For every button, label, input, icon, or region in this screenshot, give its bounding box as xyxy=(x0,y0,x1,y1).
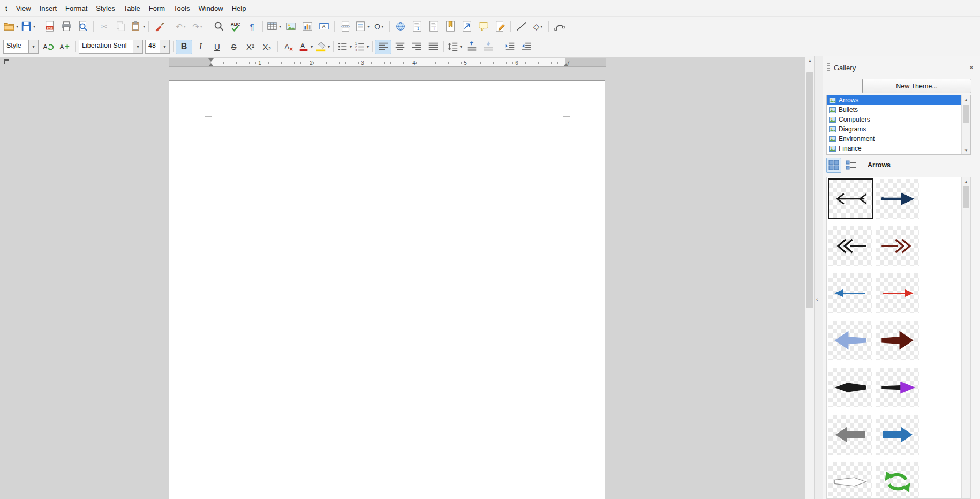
menu-item-table[interactable]: Table xyxy=(119,2,145,14)
menu-item-view[interactable]: View xyxy=(12,2,35,14)
scroll-up-button[interactable]: ▲ xyxy=(805,56,815,65)
print-preview-button[interactable] xyxy=(74,19,91,34)
insert-chart-button[interactable] xyxy=(299,19,315,34)
insert-footnote-button[interactable] xyxy=(409,19,425,34)
font-color-button[interactable]: ▾ xyxy=(297,40,314,54)
menu-item-edit-clipped[interactable]: t xyxy=(1,2,12,14)
align-right-button[interactable] xyxy=(408,40,425,54)
document-vertical-scrollbar[interactable]: ▲ xyxy=(805,56,815,499)
gallery-item-wide-arrow-right[interactable] xyxy=(876,321,919,360)
menu-item-form[interactable]: Form xyxy=(145,2,169,14)
update-style-button[interactable] xyxy=(40,40,56,54)
insert-cross-reference-button[interactable] xyxy=(458,19,475,34)
gallery-item-double-arrow-right[interactable] xyxy=(876,226,919,266)
gallery-item-block-arrow-right[interactable] xyxy=(876,415,919,455)
new-theme-button[interactable]: New Theme... xyxy=(862,79,971,93)
save-dropdown[interactable]: ▾ xyxy=(33,24,35,29)
align-left-button[interactable] xyxy=(375,40,391,54)
clone-formatting-button[interactable] xyxy=(151,19,168,34)
gallery-item-fletched-arrow-left[interactable] xyxy=(828,179,872,219)
insert-comment-button[interactable] xyxy=(475,19,492,34)
increase-paragraph-spacing-button[interactable] xyxy=(463,40,480,54)
gallery-item-sleek-arrow-left[interactable] xyxy=(828,368,872,407)
save-button[interactable]: ▾ xyxy=(19,19,36,34)
paragraph-style-value[interactable]: Style xyxy=(4,40,24,53)
bold-button[interactable]: B xyxy=(176,40,192,54)
gallery-item-circular-arrows[interactable] xyxy=(876,462,919,499)
left-indent-marker[interactable] xyxy=(208,63,214,66)
insert-page-break-button[interactable] xyxy=(337,19,353,34)
hide-sidebar-arrow-icon[interactable]: ‹ xyxy=(816,296,818,302)
paste-dropdown[interactable]: ▾ xyxy=(143,24,145,29)
track-changes-button[interactable] xyxy=(492,19,508,34)
font-size-value[interactable]: 48 xyxy=(146,40,159,53)
paste-button[interactable]: ▾ xyxy=(129,19,146,34)
right-indent-marker[interactable] xyxy=(563,63,569,66)
font-name-combo[interactable]: Liberation Serif ▾ xyxy=(79,40,143,54)
gallery-theme-environment[interactable]: Environment xyxy=(827,134,963,144)
open-dropdown[interactable]: ▾ xyxy=(16,24,18,29)
copy-button[interactable] xyxy=(112,19,129,34)
ordered-list-button[interactable]: ▾ xyxy=(353,40,370,54)
first-line-indent-marker[interactable] xyxy=(208,58,214,62)
gallery-theme-computers[interactable]: Computers xyxy=(827,115,963,124)
gallery-item-thin-arrow-right[interactable] xyxy=(876,273,919,313)
menu-item-tools[interactable]: Tools xyxy=(169,2,194,14)
menu-item-window[interactable]: Window xyxy=(194,2,227,14)
cut-button[interactable]: ✂ xyxy=(96,19,112,34)
close-gallery-button[interactable]: × xyxy=(967,63,976,72)
align-center-button[interactable] xyxy=(391,40,408,54)
new-style-button[interactable] xyxy=(56,40,73,54)
gallery-item-outline-arrow-right[interactable] xyxy=(828,462,872,499)
theme-scrollbar-thumb[interactable] xyxy=(963,105,969,123)
ordered-list-dropdown[interactable]: ▾ xyxy=(367,44,369,49)
insert-endnote-button[interactable] xyxy=(425,19,442,34)
gallery-item-block-arrow-left[interactable] xyxy=(828,415,872,455)
subscript-button[interactable]: X₂ xyxy=(259,40,275,54)
insert-line-button[interactable] xyxy=(513,19,530,34)
menu-item-format[interactable]: Format xyxy=(61,2,92,14)
decrease-indent-button[interactable] xyxy=(518,40,534,54)
basic-shapes-dropdown[interactable]: ▾ xyxy=(540,24,542,29)
italic-button[interactable]: I xyxy=(192,40,209,54)
detailed-view-button[interactable] xyxy=(843,158,858,173)
line-spacing-button[interactable]: ▾ xyxy=(446,40,463,54)
insert-hyperlink-button[interactable] xyxy=(392,19,409,34)
gallery-item-sleek-arrow-right[interactable] xyxy=(876,368,919,407)
redo-button[interactable]: ↷▾ xyxy=(189,19,206,34)
insert-special-character-dropdown[interactable]: ▾ xyxy=(381,24,383,29)
clear-formatting-button[interactable] xyxy=(280,40,297,54)
tab-stop-selector[interactable] xyxy=(4,59,9,64)
align-justified-button[interactable] xyxy=(425,40,441,54)
theme-scroll-down-button[interactable]: ▼ xyxy=(962,146,970,154)
highlight-color-button[interactable]: ▾ xyxy=(314,40,331,54)
font-name-value[interactable]: Liberation Serif xyxy=(79,40,130,53)
theme-list-scrollbar[interactable]: ▲ ▼ xyxy=(961,95,970,154)
gallery-theme-bullets[interactable]: Bullets xyxy=(827,105,963,115)
font-name-dropdown[interactable]: ▾ xyxy=(133,40,142,53)
spelling-button[interactable] xyxy=(227,19,244,34)
superscript-button[interactable]: X² xyxy=(242,40,259,54)
insert-special-character-button[interactable]: Ω▾ xyxy=(371,19,387,34)
insert-field-button[interactable]: ▾ xyxy=(353,19,371,34)
items-scrollbar-thumb[interactable] xyxy=(963,186,969,208)
undo-dropdown[interactable]: ▾ xyxy=(184,24,186,29)
unordered-list-dropdown[interactable]: ▾ xyxy=(350,44,352,49)
insert-table-button[interactable]: ▾ xyxy=(265,19,282,34)
print-button[interactable] xyxy=(58,19,74,34)
insert-image-button[interactable] xyxy=(282,19,299,34)
paragraph-style-dropdown[interactable]: ▾ xyxy=(28,40,38,53)
gallery-item-thin-arrow-left[interactable] xyxy=(828,273,872,313)
export-pdf-button[interactable] xyxy=(41,19,58,34)
theme-scroll-up-button[interactable]: ▲ xyxy=(962,95,970,104)
paragraph-style-combo[interactable]: Style ▾ xyxy=(3,40,39,54)
decrease-paragraph-spacing-button[interactable] xyxy=(480,40,496,54)
open-button[interactable]: ▾ xyxy=(2,19,19,34)
horizontal-ruler[interactable]: 1234567 xyxy=(169,58,606,67)
insert-bookmark-button[interactable] xyxy=(442,19,458,34)
menu-item-insert[interactable]: Insert xyxy=(35,2,62,14)
underline-button[interactable]: U xyxy=(209,40,225,54)
strikethrough-button[interactable]: S xyxy=(225,40,242,54)
items-scroll-up-button[interactable]: ▲ xyxy=(962,177,970,186)
increase-indent-button[interactable] xyxy=(501,40,518,54)
